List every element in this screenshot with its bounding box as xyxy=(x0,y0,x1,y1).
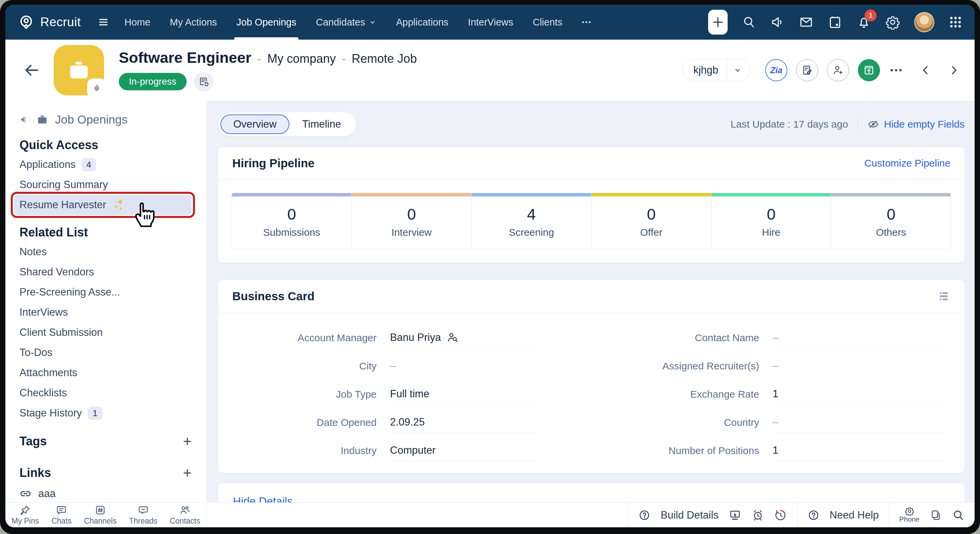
dock-spacer xyxy=(207,503,628,527)
sidebar-item-sourcing-summary[interactable]: Sourcing Summary xyxy=(14,175,196,195)
quick-add-button[interactable] xyxy=(708,10,728,35)
stage-hire[interactable]: 0 Hire xyxy=(711,193,831,249)
screen-share-button[interactable] xyxy=(729,509,741,521)
status-history-button[interactable] xyxy=(194,72,213,91)
build-details-label[interactable]: Build Details xyxy=(660,509,718,521)
nav-more-button[interactable] xyxy=(581,5,592,40)
app-grid-button[interactable] xyxy=(948,15,963,29)
phone-settings-button[interactable]: Phone xyxy=(899,507,920,523)
need-help-label[interactable]: Need Help xyxy=(830,509,879,521)
pin-icon xyxy=(19,504,31,516)
sidebar-item-applications[interactable]: Applications 4 xyxy=(14,155,196,175)
ellipsis-icon xyxy=(581,16,592,28)
app-menu-button[interactable] xyxy=(97,5,110,40)
thread-icon xyxy=(138,504,149,516)
dock-item-threads[interactable]: Threads xyxy=(129,504,157,526)
stage-others[interactable]: 0 Others xyxy=(831,193,951,249)
hide-empty-fields-toggle[interactable]: Hide empty Fields xyxy=(867,118,964,130)
copy-button[interactable] xyxy=(930,509,942,521)
version-dropdown[interactable]: kjhgb xyxy=(682,59,751,81)
user-avatar[interactable] xyxy=(914,12,934,32)
nav-item-clients[interactable]: Clients xyxy=(533,5,563,40)
nav-item-job-openings[interactable]: Job Openings xyxy=(236,5,296,40)
history-button[interactable] xyxy=(774,509,787,521)
nav-item-candidates[interactable]: Candidates xyxy=(316,5,377,40)
browser-frame: Recruit Home My Actions Job Openings Can… xyxy=(0,0,980,534)
add-tag-button[interactable]: + xyxy=(183,434,192,449)
settings-button[interactable] xyxy=(885,15,900,30)
add-link-button[interactable]: + xyxy=(183,465,192,480)
field-label: Job Type xyxy=(232,387,377,401)
stage-offer[interactable]: 0 Offer xyxy=(592,193,711,249)
need-help-group[interactable]: Need Help xyxy=(797,503,889,527)
calendar-button[interactable] xyxy=(827,15,842,30)
zoom-search-button[interactable] xyxy=(952,509,964,521)
zia-ai-button[interactable]: Zia xyxy=(765,59,788,81)
next-record-button[interactable] xyxy=(948,64,960,76)
sidebar-item-client-submission[interactable]: Client Submission xyxy=(14,322,196,343)
sidebar-item-notes[interactable]: Notes xyxy=(14,242,196,262)
more-actions-button[interactable] xyxy=(889,63,904,78)
stage-submissions[interactable]: 0 Submissions xyxy=(232,193,352,249)
link-item-aaa[interactable]: aaa xyxy=(19,484,196,502)
sidebar-item-checklists[interactable]: Checklists xyxy=(14,383,196,403)
dock-item-channels[interactable]: Channels xyxy=(84,504,116,526)
field-value-number-of-positions[interactable]: 1 xyxy=(773,440,944,461)
customize-pipeline-link[interactable]: Customize Pipeline xyxy=(864,158,950,169)
field-value-assigned-recruiters[interactable]: – xyxy=(773,355,944,376)
field-value-contact-name[interactable]: – xyxy=(773,327,944,348)
field-value-country[interactable]: – xyxy=(773,412,944,433)
field-value-industry[interactable]: Computer xyxy=(390,440,538,461)
search-button[interactable] xyxy=(742,15,756,29)
title-separator: - xyxy=(342,53,346,65)
field-value-exchange-rate[interactable]: 1 xyxy=(773,384,944,404)
sidebar-item-pre-screening[interactable]: Pre-Screening Asse... xyxy=(14,282,196,302)
question-circle-icon xyxy=(808,509,819,521)
field-label: Assigned Recruiter(s) xyxy=(551,359,759,373)
sidebar-item-attachments[interactable]: Attachments xyxy=(14,363,196,383)
dock-item-contacts[interactable]: Contacts xyxy=(170,504,200,526)
nav-item-applications[interactable]: Applications xyxy=(396,5,449,40)
organize-fields-button[interactable] xyxy=(937,290,950,303)
publish-job-button[interactable] xyxy=(858,59,880,81)
field-value-account-manager[interactable]: Banu Priya xyxy=(390,327,538,348)
quick-access-heading: Quick Access xyxy=(19,135,196,155)
field-value-city[interactable]: – xyxy=(390,355,538,376)
field-value-job-type[interactable]: Full time xyxy=(390,384,538,404)
hiring-pipeline-card: Hiring Pipeline Customize Pipeline 0 Sub… xyxy=(218,147,964,263)
stage-color-bar xyxy=(352,193,471,196)
tab-timeline[interactable]: Timeline xyxy=(289,115,354,134)
alarm-button[interactable] xyxy=(751,509,764,521)
hide-details-link[interactable]: Hide Details xyxy=(233,495,293,502)
nav-item-interviews[interactable]: InterViews xyxy=(468,5,513,40)
collapse-sidebar-icon[interactable] xyxy=(19,115,30,124)
notifications-button[interactable]: 1 xyxy=(856,15,871,30)
stage-color-bar xyxy=(711,193,831,196)
field-value-date-opened[interactable]: 2.09.25 xyxy=(390,412,538,433)
edit-notes-button[interactable] xyxy=(796,59,818,81)
field-label: Number of Positions xyxy=(551,444,759,457)
nav-item-my-actions[interactable]: My Actions xyxy=(170,5,217,40)
person-lookup-icon[interactable] xyxy=(446,331,459,344)
sidebar-item-stage-history[interactable]: Stage History 1 xyxy=(14,403,196,423)
dock-item-chats[interactable]: Chats xyxy=(51,504,72,526)
dock-item-my-pins[interactable]: My Pins xyxy=(11,504,39,526)
sidebar-item-shared-vendors[interactable]: Shared Vendors xyxy=(14,262,196,282)
nav-item-home[interactable]: Home xyxy=(124,5,150,40)
sidebar-item-interviews[interactable]: InterViews xyxy=(14,302,196,322)
add-candidate-button[interactable] xyxy=(827,59,849,81)
person-add-icon xyxy=(832,64,844,76)
stage-color-bar xyxy=(232,193,352,196)
mail-button[interactable] xyxy=(799,15,813,30)
stage-color-bar xyxy=(831,193,951,196)
stage-screening[interactable]: 4 Screening xyxy=(471,193,591,249)
announcements-button[interactable] xyxy=(770,15,785,30)
mail-icon xyxy=(799,15,813,30)
tab-overview[interactable]: Overview xyxy=(221,115,289,134)
previous-record-button[interactable] xyxy=(920,64,932,76)
back-button[interactable] xyxy=(23,61,40,79)
sidebar-item-resume-harvester[interactable]: Resume Harvester xyxy=(14,195,192,215)
stage-interview[interactable]: 0 Interview xyxy=(352,193,471,249)
sidebar-item-to-dos[interactable]: To-Dos xyxy=(14,343,196,363)
title-block: Software Engineer - My company - Remote … xyxy=(119,49,417,91)
